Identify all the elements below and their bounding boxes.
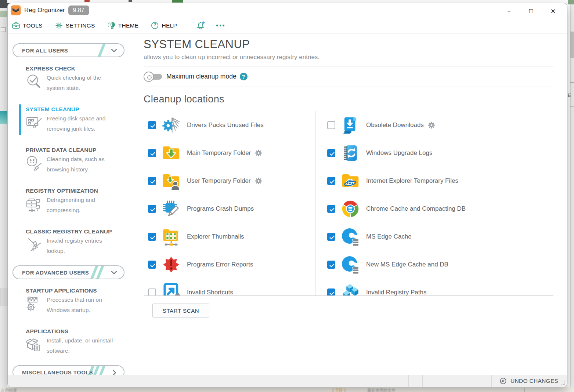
row-crash-dumps[interactable]: Programs Crash Dumps <box>148 195 315 223</box>
user-temp-folder-icon <box>160 171 182 191</box>
checkbox[interactable] <box>327 149 335 157</box>
cleanup-item-label: New MS Edge Cache and DB <box>366 261 448 268</box>
sidebar-item-desc: Cleaning data, such as browsing history. <box>47 154 117 174</box>
checkbox[interactable] <box>148 121 156 129</box>
item-settings-gear-icon[interactable] <box>428 121 435 129</box>
question-circle-icon: ? <box>151 21 159 30</box>
cleanup-item-label: Main Temporary Folder <box>187 149 251 157</box>
row-chrome-cache[interactable]: Chrome Cache and Compacting DB <box>327 195 553 223</box>
help-button[interactable]: ? HELP <box>151 21 177 30</box>
checkbox[interactable] <box>327 261 335 269</box>
checkbox[interactable] <box>327 233 335 241</box>
row-invalid-shortcuts[interactable]: Invalid Shortcuts <box>148 279 315 296</box>
undo-changes-button[interactable]: UNDO CHANGES <box>499 375 558 387</box>
sidebar-item-classic-registry-cleanup[interactable]: CLASSIC REGISTRY CLEANUP Invalid registr… <box>8 228 134 269</box>
app-window: Reg Organizer 9.87 – □ × TOOLS SETTINGS … <box>7 3 567 387</box>
chevron-down-icon <box>111 48 117 52</box>
undo-changes-label: UNDO CHANGES <box>510 378 558 384</box>
sidebar-group-miscellaneous-tools[interactable]: MISCELLANEOUS TOOLS <box>12 365 124 375</box>
sidebar-item-desc: Invalid registry entries lookup. <box>47 236 117 256</box>
sidebar-item-title: STARTUP APPLICATIONS <box>26 287 134 294</box>
row-drivers-packs[interactable]: Drivers Packs Unused Files <box>148 111 315 139</box>
row-main-temp-folder[interactable]: Main Temporary Folder <box>148 139 315 167</box>
cleanup-item-label: User Temporary Folder <box>187 177 251 185</box>
sidebar-item-title: EXPRESS CHECK <box>26 65 134 72</box>
page-subtitle: allows you to clean up incorrect or unne… <box>144 54 553 61</box>
sidebar-item-title: CLASSIC REGISTRY CLEANUP <box>26 228 134 235</box>
maximum-cleanup-toggle[interactable] <box>144 71 163 82</box>
help-question-icon[interactable]: ? <box>240 73 248 80</box>
checkbox[interactable] <box>148 177 156 185</box>
row-new-ms-edge-cache[interactable]: New MS Edge Cache and DB <box>327 251 553 279</box>
statusbar-separator <box>436 375 436 387</box>
toggle-label: Maximum cleanup mode <box>166 73 237 80</box>
flag-gear-icon <box>25 295 44 314</box>
row-user-temp-folder[interactable]: User Temporary Folder <box>148 167 315 195</box>
sidebar-item-express-check[interactable]: EXPRESS CHECK Quick checking of the syst… <box>8 65 134 106</box>
checkbox[interactable] <box>148 205 156 213</box>
sidebar-item-private-data-cleanup[interactable]: PRIVATE DATA CLEANUP Cleaning data, such… <box>8 147 134 188</box>
checkbox[interactable] <box>148 261 156 269</box>
drawers-clamp-icon <box>25 195 44 214</box>
checkbox[interactable] <box>327 121 335 129</box>
checkbox[interactable] <box>148 288 156 296</box>
item-settings-gear-icon[interactable] <box>255 149 262 157</box>
group-label: FOR ALL USERS <box>22 47 68 54</box>
settings-button[interactable]: SETTINGS <box>55 21 95 30</box>
item-settings-gear-icon[interactable] <box>255 177 262 185</box>
ie-temp-files-icon <box>340 171 361 191</box>
cleanup-item-label: Programs Error Reports <box>187 261 253 268</box>
row-obsolete-downloads[interactable]: Obsolete Downloads <box>327 111 553 139</box>
sidebar-item-system-cleanup[interactable]: SYSTEM CLEANUP Freeing disk space and re… <box>8 106 134 147</box>
sidebar-group-for-advanced-users[interactable]: FOR ADVANCED USERS <box>12 265 124 279</box>
checkbox[interactable] <box>327 205 335 213</box>
tools-label: TOOLS <box>23 22 43 29</box>
ellipsis-icon <box>216 25 218 26</box>
statusbar: UNDO CHANGES <box>8 375 567 387</box>
sidebar-item-registry-optimization[interactable]: REGISTRY OPTIMIZATION Defragmenting and … <box>8 188 134 228</box>
cleanup-item-label: Programs Crash Dumps <box>187 205 254 213</box>
checkbox[interactable] <box>327 288 335 296</box>
error-reports-icon <box>160 254 182 275</box>
row-ms-edge-cache[interactable]: MS Edge Cache <box>327 223 553 251</box>
checkbox[interactable] <box>148 233 156 241</box>
row-explorer-thumbnails[interactable]: Explorer Thumbnails <box>148 223 315 251</box>
row-windows-upgrade-logs[interactable]: Windows Upgrade Logs <box>327 139 553 167</box>
sidebar-item-applications[interactable]: APPLICATIONS Install, update, or uninsta… <box>8 328 134 369</box>
background-gray-box <box>0 288 7 306</box>
background-teal-block <box>0 111 7 124</box>
sidebar: FOR ALL USERS EXPRESS CHECK Quick checki… <box>8 34 134 375</box>
cleanup-column-left: Drivers Packs Unused Files Main Temporar… <box>144 111 315 296</box>
theme-button[interactable]: THEME <box>107 21 139 30</box>
windows-upgrade-logs-icon <box>340 143 361 163</box>
app-logo-icon <box>11 5 21 15</box>
section-title: Cleanup locations <box>144 87 553 111</box>
row-invalid-registry-paths[interactable]: Invalid Registry Paths <box>327 279 553 296</box>
resize-grip[interactable] <box>562 381 565 385</box>
new-ms-edge-cache-icon <box>340 254 361 275</box>
main-temp-folder-icon <box>160 143 182 163</box>
pill-stripe <box>96 43 106 57</box>
notifications-button[interactable] <box>196 21 205 30</box>
statusbar-separator <box>422 375 423 387</box>
cleanup-locations-list: Drivers Packs Unused Files Main Temporar… <box>144 111 553 296</box>
close-button[interactable]: × <box>542 3 564 18</box>
cleanup-item-label: Obsolete Downloads <box>366 121 424 129</box>
sidebar-item-startup-applications[interactable]: STARTUP APPLICATIONS Processes that run … <box>8 287 134 328</box>
row-ie-temp-files[interactable]: Internet Explorer Temporary Files <box>327 167 553 195</box>
more-menu-button[interactable] <box>216 25 224 26</box>
sidebar-group-for-all-users[interactable]: FOR ALL USERS <box>12 43 124 57</box>
checkbox[interactable] <box>148 149 156 157</box>
ms-edge-cache-icon <box>340 226 361 247</box>
toolbar: TOOLS SETTINGS THEME ? HELP <box>8 18 567 33</box>
row-error-reports[interactable]: Programs Error Reports <box>148 251 315 279</box>
tools-button[interactable]: TOOLS <box>12 21 43 30</box>
minimize-button[interactable]: – <box>498 3 520 18</box>
checkbox[interactable] <box>327 177 335 185</box>
chevron-right-icon <box>112 370 116 375</box>
background-scrollbar-mark <box>570 106 574 107</box>
maximize-button[interactable]: □ <box>520 3 542 18</box>
background-dark-dash <box>129 0 132 2</box>
magnifier-check-icon <box>25 73 44 92</box>
start-scan-button[interactable]: START SCAN <box>152 304 209 317</box>
